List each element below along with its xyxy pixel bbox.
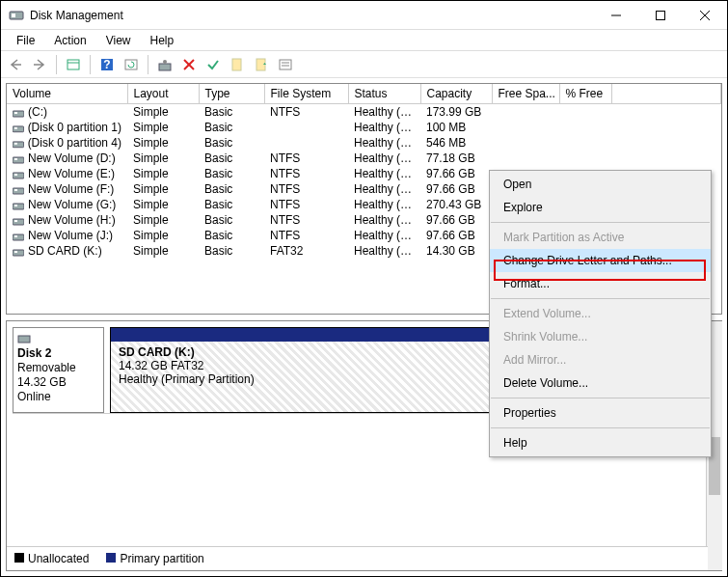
cell-layout: Simple [127,120,199,135]
cell-layout: Simple [127,212,199,228]
table-row[interactable]: New Volume (D:)SimpleBasicNTFSHealthy (B… [7,151,721,166]
cell-fs [264,135,348,151]
cell-layout: Simple [127,181,199,197]
disk-header[interactable]: Disk 2 Removable 14.32 GB Online [13,327,104,413]
cell-fs: NTFS [264,104,348,121]
svg-rect-35 [14,220,17,222]
svg-rect-26 [13,157,24,163]
ctx-explore[interactable]: Explore [490,196,711,219]
volume-icon [13,153,24,163]
ctx-change-letter[interactable]: Change Drive Letter and Paths... [490,249,711,272]
cell-type: Basic [199,212,264,228]
volume-icon [13,246,24,256]
col-pct[interactable]: % Free [559,84,611,104]
new-button[interactable] [227,54,248,75]
ctx-open[interactable]: Open [490,173,711,196]
col-status[interactable]: Status [348,84,420,104]
apply-button[interactable] [202,54,224,75]
ctx-properties[interactable]: Properties [490,401,711,425]
delete-button[interactable] [178,54,200,75]
cell-layout: Simple [127,104,199,121]
col-capacity[interactable]: Capacity [420,84,492,104]
cell-type: Basic [199,120,264,135]
title-bar: Disk Management [1,1,727,30]
column-headers[interactable]: Volume Layout Type File System Status Ca… [7,84,721,104]
table-row[interactable]: (Disk 0 partition 4)SimpleBasicHealthy (… [7,135,721,151]
menu-view[interactable]: View [96,32,141,49]
svg-rect-3 [657,11,665,19]
cell-layout: Simple [127,228,199,243]
help-button[interactable]: ? [96,54,118,75]
menu-action[interactable]: Action [44,32,95,49]
cell-fs: NTFS [264,197,348,212]
svg-rect-17 [280,60,291,69]
ctx-help[interactable]: Help [490,431,711,454]
cell-fs: NTFS [264,166,348,181]
svg-rect-20 [13,111,24,117]
close-button[interactable] [683,1,727,30]
app-icon [9,8,24,23]
col-fs[interactable]: File System [264,84,348,104]
view-button[interactable] [63,54,84,75]
cell-type: Basic [199,197,264,212]
cell-fs: NTFS [264,212,348,228]
list-button[interactable] [275,54,296,75]
svg-rect-22 [13,126,24,132]
partition-size: 14.32 GB FAT32 [119,359,204,372]
disk-title: Disk 2 [17,346,99,360]
svg-rect-38 [13,250,24,256]
ctx-extend: Extend Volume... [490,302,711,325]
cell-status: Healthy (B... [348,166,420,181]
back-button[interactable] [5,54,26,75]
volume-icon [13,138,24,148]
svg-rect-31 [14,189,17,191]
col-volume[interactable]: Volume [7,84,127,104]
ctx-format[interactable]: Format... [490,272,711,295]
ctx-mirror: Add Mirror... [490,348,711,371]
volume-name: New Volume (E:) [28,167,115,180]
volume-name: (Disk 0 partition 4) [28,136,121,150]
ctx-mark-active: Mark Partition as Active [490,226,711,249]
cell-status: Healthy (R... [348,135,420,151]
svg-rect-6 [67,60,79,69]
rescan-button[interactable] [251,54,272,75]
volume-icon [13,169,24,179]
refresh-button[interactable] [121,54,142,75]
volume-icon [13,123,24,132]
col-layout[interactable]: Layout [127,84,199,104]
col-free[interactable]: Free Spa... [492,84,559,104]
volume-name: (Disk 0 partition 1) [28,121,121,134]
minimize-button[interactable] [594,1,638,30]
svg-rect-34 [13,219,24,225]
svg-rect-24 [13,142,24,148]
volume-name: New Volume (J:) [28,229,113,242]
table-row[interactable]: (C:)SimpleBasicNTFSHealthy (B...173.99 G… [7,104,721,121]
volume-icon [13,107,24,117]
volume-icon [13,215,24,225]
menu-file[interactable]: File [7,32,44,49]
cell-capacity: 14.30 GB [420,243,492,259]
cell-status: Healthy (B... [348,181,420,197]
volume-name: New Volume (G:) [28,198,116,211]
cell-capacity: 270.43 GB [420,197,492,212]
settings-button[interactable] [154,54,175,75]
cell-layout: Simple [127,197,199,212]
cell-layout: Simple [127,166,199,181]
svg-rect-23 [14,127,17,129]
cell-fs: NTFS [264,228,348,243]
disk-state: Online [17,390,99,403]
menu-bar: File Action View Help [1,30,727,51]
maximize-button[interactable] [638,1,683,30]
partition-name: SD CARD (K:) [119,345,195,359]
menu-help[interactable]: Help [141,32,184,49]
cell-status: Healthy (P... [348,243,420,259]
table-row[interactable]: (Disk 0 partition 1)SimpleBasicHealthy (… [7,120,721,135]
forward-button[interactable] [29,54,50,75]
volume-icon [13,231,24,240]
disk-kind: Removable [17,361,99,374]
cell-status: Healthy (B... [348,212,420,228]
cell-fs [264,120,348,135]
cell-fs: NTFS [264,151,348,166]
ctx-delete[interactable]: Delete Volume... [490,371,711,395]
col-type[interactable]: Type [199,84,264,104]
